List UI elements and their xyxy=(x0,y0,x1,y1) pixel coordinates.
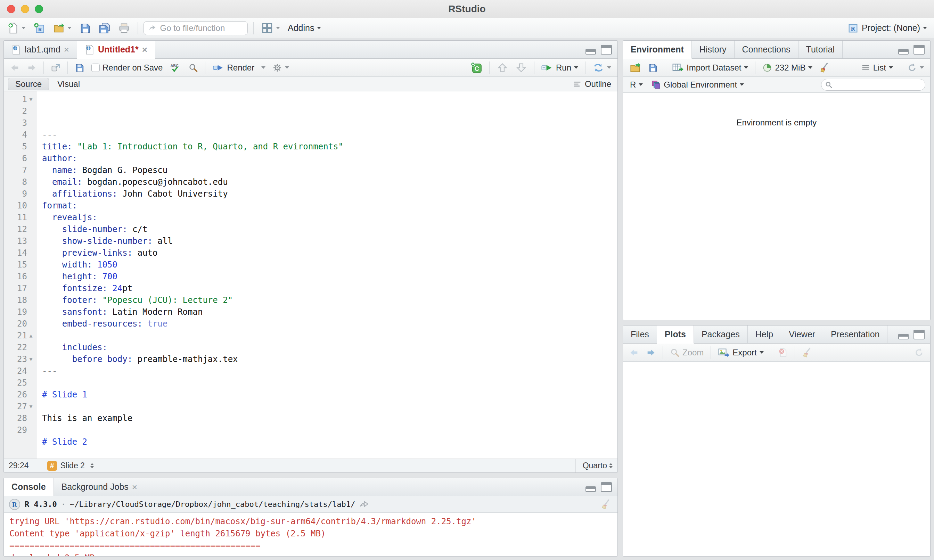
line-number[interactable]: 26 xyxy=(4,389,36,400)
run-button[interactable]: Run xyxy=(539,61,580,74)
minimize-pane-icon[interactable] xyxy=(585,49,596,55)
environment-search[interactable] xyxy=(821,79,925,91)
code-line[interactable]: --- xyxy=(42,365,617,377)
next-plot-button[interactable] xyxy=(644,347,658,358)
line-number[interactable]: 21▲ xyxy=(4,330,36,342)
save-document-button[interactable] xyxy=(72,62,86,73)
line-number[interactable]: 18 xyxy=(4,294,36,306)
fold-marker-icon[interactable]: ▼ xyxy=(27,353,35,365)
remove-plot-button[interactable] xyxy=(776,347,790,358)
console-output[interactable]: trying URL 'https://cran.rstudio.com/bin… xyxy=(4,513,617,556)
code-line[interactable] xyxy=(42,377,617,389)
code-editor[interactable]: 1▼23456789101112131415161718192021▲2223▼… xyxy=(4,91,617,458)
line-number[interactable]: 23▼ xyxy=(4,353,36,365)
line-number[interactable]: 4 xyxy=(4,129,36,141)
clear-environment-button[interactable] xyxy=(817,61,833,74)
code-line[interactable]: sansfont: Latin Modern Roman xyxy=(42,306,617,318)
export-plot-button[interactable]: Export xyxy=(716,346,765,359)
insert-chunk-button[interactable]: C xyxy=(468,61,485,74)
close-icon[interactable]: × xyxy=(142,45,147,54)
code-line[interactable]: show-slide-number: all xyxy=(42,235,617,247)
line-number[interactable]: 11 xyxy=(4,212,36,223)
line-number[interactable]: 12 xyxy=(4,223,36,235)
addins-button[interactable]: Addins xyxy=(286,22,323,34)
code-line[interactable] xyxy=(42,424,617,436)
code-line[interactable]: slide-number: c/t xyxy=(42,223,617,235)
line-number[interactable]: 25 xyxy=(4,377,36,389)
tab-history[interactable]: History xyxy=(692,41,734,58)
fold-marker-icon[interactable]: ▲ xyxy=(27,330,35,342)
list-view-button[interactable]: List xyxy=(859,62,895,73)
tab-files[interactable]: Files xyxy=(623,326,657,343)
code-line[interactable]: email: bogdan.popescu@johncabot.edu xyxy=(42,176,617,188)
fold-marker-icon[interactable]: ▼ xyxy=(27,94,35,105)
code-line[interactable]: format: xyxy=(42,200,617,212)
code-line[interactable]: fontsize: 24pt xyxy=(42,282,617,294)
code-content[interactable]: ---title: "Lab 1: Introduction to R, Qua… xyxy=(37,91,617,458)
tab-lab1-qmd[interactable]: lab1.qmd × xyxy=(4,41,77,58)
close-icon[interactable]: × xyxy=(132,483,137,492)
line-number[interactable]: 16 xyxy=(4,271,36,282)
code-line[interactable]: --- xyxy=(42,129,617,141)
line-number[interactable]: 1▼ xyxy=(4,94,36,105)
minimize-pane-icon[interactable] xyxy=(898,49,909,55)
line-number[interactable]: 27▼ xyxy=(4,400,36,412)
source-mode-tab[interactable]: Source xyxy=(8,78,49,90)
import-dataset-button[interactable]: Import Dataset xyxy=(670,61,750,74)
environment-selector[interactable]: Global Environment xyxy=(649,79,746,90)
line-number[interactable]: 28 xyxy=(4,412,36,424)
tab-help[interactable]: Help xyxy=(748,326,781,343)
line-number[interactable]: 15 xyxy=(4,259,36,271)
tab-plots[interactable]: Plots xyxy=(657,326,694,343)
environment-search-input[interactable] xyxy=(836,80,922,89)
code-line[interactable]: # Slide 1 xyxy=(42,389,617,400)
code-line[interactable]: includes: xyxy=(42,342,617,353)
tab-environment[interactable]: Environment xyxy=(623,41,692,59)
code-line[interactable]: revealjs: xyxy=(42,212,617,223)
memory-usage-button[interactable]: 232 MiB xyxy=(760,62,814,73)
code-line[interactable]: author: xyxy=(42,152,617,164)
checkbox-icon[interactable] xyxy=(91,63,100,72)
code-line[interactable] xyxy=(42,448,617,458)
run-next-chunk-button[interactable] xyxy=(513,61,529,74)
line-number[interactable]: 10 xyxy=(4,200,36,212)
render-on-save-checkbox[interactable]: Render on Save xyxy=(89,62,165,73)
open-in-window-button[interactable] xyxy=(49,62,63,73)
language-selector[interactable]: R xyxy=(628,79,645,90)
line-number[interactable]: 17 xyxy=(4,282,36,294)
load-workspace-button[interactable] xyxy=(627,61,643,74)
render-button[interactable]: Render xyxy=(210,61,257,74)
line-number[interactable]: 13 xyxy=(4,235,36,247)
fold-marker-icon[interactable]: ▼ xyxy=(27,400,35,412)
run-previous-chunks-button[interactable] xyxy=(494,61,511,74)
tab-packages[interactable]: Packages xyxy=(694,326,748,343)
find-replace-button[interactable] xyxy=(186,62,200,73)
clear-plots-button[interactable] xyxy=(800,346,816,359)
code-line[interactable]: footer: "Popescu (JCU): Lecture 2" xyxy=(42,294,617,306)
code-line[interactable]: name: Bogdan G. Popescu xyxy=(42,164,617,176)
save-workspace-button[interactable] xyxy=(646,62,660,73)
refresh-environment-button[interactable] xyxy=(905,62,926,73)
line-number[interactable]: 8 xyxy=(4,176,36,188)
back-button[interactable] xyxy=(8,62,22,73)
close-icon[interactable]: × xyxy=(64,45,69,54)
line-number[interactable]: 20 xyxy=(4,318,36,330)
tab-tutorial[interactable]: Tutorial xyxy=(799,41,843,58)
pane-layout-button[interactable] xyxy=(259,21,282,35)
line-number[interactable]: 24 xyxy=(4,365,36,377)
editor-settings-button[interactable] xyxy=(270,62,291,73)
visual-mode-tab[interactable]: Visual xyxy=(51,78,87,90)
code-line[interactable]: width: 1050 xyxy=(42,259,617,271)
code-line[interactable] xyxy=(42,330,617,342)
scope-selector[interactable]: # Slide 2 xyxy=(38,461,94,471)
print-button[interactable] xyxy=(116,21,132,35)
file-format-selector[interactable]: Quarto xyxy=(575,459,612,472)
maximize-pane-icon[interactable] xyxy=(601,482,612,492)
render-options-button[interactable] xyxy=(259,66,268,69)
new-project-button[interactable]: R xyxy=(31,21,47,35)
goto-file-input[interactable] xyxy=(160,23,243,33)
forward-button[interactable] xyxy=(25,62,38,73)
source-rerun-button[interactable] xyxy=(590,61,613,74)
minimize-pane-icon[interactable] xyxy=(585,486,596,492)
code-line[interactable] xyxy=(42,400,617,412)
